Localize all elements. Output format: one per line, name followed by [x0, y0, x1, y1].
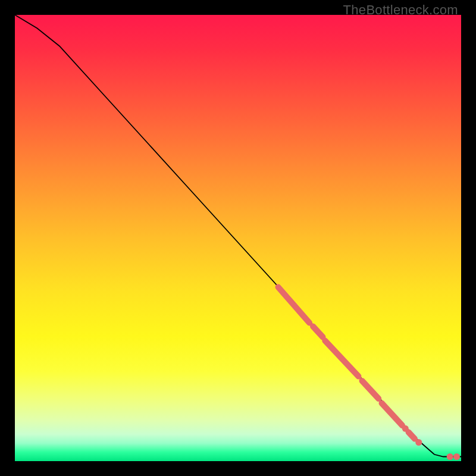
chart-plot-area: [15, 15, 461, 461]
attribution-text: TheBottleneck.com: [343, 2, 458, 18]
